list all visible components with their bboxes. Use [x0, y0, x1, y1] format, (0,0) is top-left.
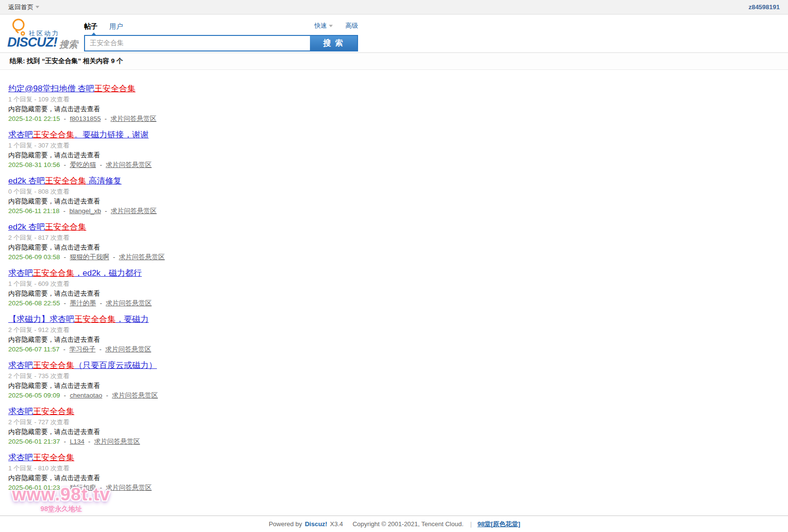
chevron-down-icon — [35, 6, 39, 8]
back-home-link[interactable]: 返回首页 — [8, 3, 39, 12]
separator: - — [100, 299, 102, 307]
search-button[interactable]: 搜 索 — [310, 36, 357, 50]
separator: - — [63, 207, 66, 215]
result-title-link[interactable]: 求杏吧王安全合集（只要百度云或磁力） — [8, 361, 157, 370]
discuz-footer-link[interactable]: Discuz! — [305, 520, 327, 528]
result-meta: 1 个回复 - 609 次查看 — [8, 280, 780, 288]
search-mode-links: 快速 高级 — [314, 21, 358, 30]
back-home-label: 返回首页 — [8, 3, 34, 12]
separator: - — [64, 299, 66, 307]
result-forum-link[interactable]: 求片问答悬赏区 — [110, 115, 156, 122]
result-footline: 2025-08-31 10:56 - 爱吃的猫 - 求片问答悬赏区 — [8, 161, 780, 169]
result-footline: 2025-06-11 21:18 - blangel_xb - 求片问答悬赏区 — [8, 207, 780, 215]
separator: - — [64, 253, 66, 261]
search-area: 帖子 用户 快速 高级 搜 索 — [84, 19, 358, 51]
result-footline: 2025-06-08 22:55 - 墨汁的墨 - 求片问答悬赏区 — [8, 299, 780, 307]
result-author-link[interactable]: f80131855 — [70, 115, 101, 122]
result-title-keyword: 王安全合集 — [45, 222, 86, 232]
logo-brand: DISCUZ! — [7, 35, 57, 50]
result-title-keyword: 王安全合集 — [33, 407, 74, 416]
result-author-link[interactable]: blangel_xb — [69, 207, 101, 215]
result-forum-link[interactable]: 求片问答悬赏区 — [106, 161, 152, 168]
search-result-item: ed2k 杏吧王安全合集 高清修复 0 个回复 - 808 次查看 内容隐藏需要… — [8, 176, 780, 215]
result-title-keyword: 王安全合集 — [33, 361, 74, 370]
tab-posts[interactable]: 帖子 — [84, 22, 98, 31]
advanced-search-link[interactable]: 高级 — [345, 21, 358, 30]
result-footline: 2025-06-01 21:37 - L134 - 求片问答悬赏区 — [8, 437, 780, 446]
separator: - — [99, 346, 102, 353]
result-title-keyword: 王安全合集 — [33, 453, 74, 462]
result-summary: 结果: 找到 “王安全合集” 相关内容 9 个 — [0, 52, 788, 70]
result-snippet: 内容隐藏需要，请点击进去查看 — [8, 151, 780, 159]
result-title-prefix: 求杏吧 — [8, 407, 33, 416]
result-title-link[interactable]: ed2k 杏吧王安全合集 — [8, 222, 86, 232]
result-title-link[interactable]: 求杏吧王安全合集。要磁力链接，谢谢 — [8, 130, 149, 139]
result-title-suffix: （只要百度云或磁力） — [74, 361, 157, 370]
topbar: 返回首页 z84598191 — [0, 0, 788, 15]
result-forum-link[interactable]: 求片问答悬赏区 — [94, 438, 140, 445]
result-date: 2025-06-07 11:57 — [8, 346, 60, 353]
result-title-link[interactable]: ed2k 杏吧王安全合集 高清修复 — [8, 176, 121, 185]
result-title-prefix: 求杏吧 — [8, 361, 33, 370]
result-snippet: 内容隐藏需要，请点击进去查看 — [8, 382, 780, 390]
result-forum-link[interactable]: 求片问答悬赏区 — [106, 299, 152, 307]
result-author-link[interactable]: L134 — [70, 438, 85, 445]
result-meta: 2 个回复 - 735 次查看 — [8, 372, 780, 380]
result-footline: 2025-06-09 03:58 - 狠狠的干我啊 - 求片问答悬赏区 — [8, 253, 780, 261]
result-title-suffix: ，ed2k，磁力都行 — [74, 268, 142, 278]
search-result-item: 【求磁力】求杏吧王安全合集，要磁力 2 个回复 - 912 次查看 内容隐藏需要… — [8, 314, 780, 353]
result-footline: 2025-12-01 22:15 - f80131855 - 求片问答悬赏区 — [8, 115, 780, 123]
search-box: 搜 索 — [84, 35, 358, 51]
result-author-link[interactable]: 独行如痴 — [70, 484, 96, 491]
result-author-link[interactable]: 墨汁的墨 — [70, 299, 96, 307]
search-result-item: 求杏吧王安全合集 2 个回复 - 727 次查看 内容隐藏需要，请点击进去查看 … — [8, 406, 780, 446]
result-footline: 2025-06-07 11:57 - 学习份子 - 求片问答悬赏区 — [8, 345, 780, 353]
result-title-suffix: ，要磁力 — [116, 315, 149, 324]
search-result-item: 求杏吧王安全合集，ed2k，磁力都行 1 个回复 - 609 次查看 内容隐藏需… — [8, 268, 780, 307]
copyright-label: Copyright © 2001-2021, Tencent Cloud. — [353, 520, 463, 528]
result-title-link[interactable]: 求杏吧王安全合集 — [8, 453, 74, 462]
result-meta: 1 个回复 - 109 次查看 — [8, 96, 780, 103]
result-title-keyword: 王安全合集 — [45, 176, 86, 185]
result-author-link[interactable]: 爱吃的猫 — [70, 161, 96, 168]
lightbulb-icon — [11, 17, 30, 37]
quick-search-link[interactable]: 快速 — [314, 21, 333, 30]
result-meta: 2 个回复 - 817 次查看 — [8, 234, 780, 242]
result-author-link[interactable]: chentaotao — [70, 392, 103, 399]
result-title-link[interactable]: 求杏吧王安全合集，ed2k，磁力都行 — [8, 268, 142, 278]
site-footer-link[interactable]: 98堂[原色花堂] — [478, 520, 520, 528]
result-title-prefix: 【求磁力】求杏吧 — [8, 315, 74, 324]
footer-pipe: | — [470, 520, 472, 528]
search-result-item: 求杏吧王安全合集 1 个回复 - 810 次查看 内容隐藏需要，请点击进去查看 … — [8, 452, 780, 492]
result-title-prefix: 约定@98堂扫地僧 杏吧 — [8, 84, 94, 93]
active-tab-notch — [91, 33, 97, 36]
version-label: X3.4 — [330, 520, 343, 528]
separator: - — [64, 484, 66, 491]
page-footer: Powered by Discuz! X3.4 Copyright © 2001… — [0, 515, 788, 529]
result-forum-link[interactable]: 求片问答悬赏区 — [106, 484, 152, 491]
result-forum-link[interactable]: 求片问答悬赏区 — [111, 207, 157, 215]
result-title-keyword: 王安全合集 — [94, 84, 136, 93]
separator: - — [88, 438, 90, 445]
result-snippet: 内容隐藏需要，请点击进去查看 — [8, 105, 780, 113]
result-title-link[interactable]: 【求磁力】求杏吧王安全合集，要磁力 — [8, 315, 149, 324]
user-id-link[interactable]: z84598191 — [749, 3, 780, 11]
separator: - — [104, 115, 107, 122]
result-forum-link[interactable]: 求片问答悬赏区 — [105, 346, 152, 353]
search-input[interactable] — [85, 36, 310, 50]
separator: - — [64, 115, 66, 122]
result-title-suffix: 。要磁力链接，谢谢 — [74, 130, 149, 139]
search-result-item: 约定@98堂扫地僧 杏吧王安全合集 1 个回复 - 109 次查看 内容隐藏需要… — [8, 83, 780, 123]
result-forum-link[interactable]: 求片问答悬赏区 — [119, 253, 165, 261]
tab-users[interactable]: 用户 — [109, 22, 123, 31]
result-title-link[interactable]: 约定@98堂扫地僧 杏吧王安全合集 — [8, 84, 136, 93]
result-date: 2025-12-01 22:15 — [8, 115, 60, 122]
result-author-link[interactable]: 狠狠的干我啊 — [70, 253, 109, 261]
results-list: 约定@98堂扫地僧 杏吧王安全合集 1 个回复 - 109 次查看 内容隐藏需要… — [0, 70, 788, 492]
discuz-logo[interactable]: 社区动力 DISCUZ! 搜索 — [7, 17, 80, 50]
result-title-keyword: 王安全合集 — [33, 130, 74, 139]
result-forum-link[interactable]: 求片问答悬赏区 — [112, 392, 158, 399]
result-author-link[interactable]: 学习份子 — [69, 346, 96, 353]
result-title-link[interactable]: 求杏吧王安全合集 — [8, 407, 74, 416]
separator: - — [64, 161, 66, 168]
